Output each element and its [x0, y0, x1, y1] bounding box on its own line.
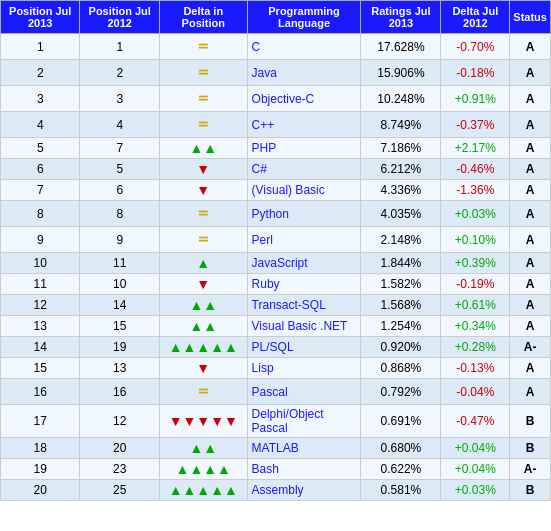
delta-icon-cell: ▲▲ — [159, 295, 247, 316]
lang-cell: PL/SQL — [247, 337, 361, 358]
lang-cell: Java — [247, 60, 361, 86]
lang-cell: C — [247, 34, 361, 60]
status-cell: A — [510, 358, 551, 379]
rating-cell: 1.254% — [361, 316, 441, 337]
rating-cell: 4.035% — [361, 201, 441, 227]
table-row: 14 19 ▲▲▲▲▲ PL/SQL 0.920% +0.28% A- — [1, 337, 551, 358]
table-row: 17 12 ▼▼▼▼▼ Delphi/Object Pascal 0.691% … — [1, 405, 551, 438]
table-row: 6 5 ▼ C# 6.212% -0.46% A — [1, 159, 551, 180]
rating-cell: 8.749% — [361, 112, 441, 138]
table-row: 1 1 ＝ C 17.628% -0.70% A — [1, 34, 551, 60]
table-row: 7 6 ▼ (Visual) Basic 4.336% -1.36% A — [1, 180, 551, 201]
status-cell: A — [510, 180, 551, 201]
delta-rating-cell: +0.28% — [441, 337, 510, 358]
lang-cell: Delphi/Object Pascal — [247, 405, 361, 438]
table-row: 8 8 ＝ Python 4.035% +0.03% A — [1, 201, 551, 227]
delta-rating-cell: +0.61% — [441, 295, 510, 316]
status-cell: A — [510, 201, 551, 227]
table-row: 4 4 ＝ C++ 8.749% -0.37% A — [1, 112, 551, 138]
rating-cell: 15.906% — [361, 60, 441, 86]
delta-rating-cell: +0.91% — [441, 86, 510, 112]
rating-cell: 0.691% — [361, 405, 441, 438]
pos2012-cell: 9 — [80, 227, 159, 253]
lang-cell: C# — [247, 159, 361, 180]
rating-cell: 1.568% — [361, 295, 441, 316]
lang-cell: C++ — [247, 112, 361, 138]
lang-cell: Lisp — [247, 358, 361, 379]
delta-icon-cell: ▲▲▲▲▲ — [159, 337, 247, 358]
rating-cell: 0.680% — [361, 438, 441, 459]
pos2013-cell: 16 — [1, 379, 80, 405]
delta-rating-cell: -1.36% — [441, 180, 510, 201]
header-rating: Ratings Jul 2013 — [361, 1, 441, 34]
rating-cell: 10.248% — [361, 86, 441, 112]
delta-icon-cell: ＝ — [159, 379, 247, 405]
status-cell: A — [510, 159, 551, 180]
pos2012-cell: 3 — [80, 86, 159, 112]
pos2012-cell: 7 — [80, 138, 159, 159]
table-row: 18 20 ▲▲ MATLAB 0.680% +0.04% B — [1, 438, 551, 459]
delta-icon-cell: ▲▲▲▲▲ — [159, 480, 247, 501]
pos2012-cell: 25 — [80, 480, 159, 501]
delta-icon-cell: ▲▲ — [159, 138, 247, 159]
table-row: 10 11 ▲ JavaScript 1.844% +0.39% A — [1, 253, 551, 274]
delta-icon-cell: ＝ — [159, 60, 247, 86]
pos2012-cell: 6 — [80, 180, 159, 201]
delta-icon-cell: ▼ — [159, 274, 247, 295]
rating-cell: 17.628% — [361, 34, 441, 60]
pos2013-cell: 2 — [1, 60, 80, 86]
delta-icon-cell: ＝ — [159, 86, 247, 112]
lang-cell: Python — [247, 201, 361, 227]
pos2013-cell: 13 — [1, 316, 80, 337]
pos2013-cell: 10 — [1, 253, 80, 274]
table-row: 9 9 ＝ Perl 2.148% +0.10% A — [1, 227, 551, 253]
delta-icon-cell: ＝ — [159, 112, 247, 138]
status-cell: A — [510, 227, 551, 253]
pos2013-cell: 7 — [1, 180, 80, 201]
rating-cell: 0.581% — [361, 480, 441, 501]
lang-cell: Visual Basic .NET — [247, 316, 361, 337]
header-pos2012: Position Jul 2012 — [80, 1, 159, 34]
status-cell: A — [510, 86, 551, 112]
delta-rating-cell: +0.03% — [441, 201, 510, 227]
delta-rating-cell: -0.19% — [441, 274, 510, 295]
delta-rating-cell: -0.70% — [441, 34, 510, 60]
pos2012-cell: 2 — [80, 60, 159, 86]
pos2012-cell: 16 — [80, 379, 159, 405]
pos2012-cell: 5 — [80, 159, 159, 180]
pos2012-cell: 1 — [80, 34, 159, 60]
table-row: 20 25 ▲▲▲▲▲ Assembly 0.581% +0.03% B — [1, 480, 551, 501]
delta-rating-cell: -0.13% — [441, 358, 510, 379]
lang-cell: Perl — [247, 227, 361, 253]
header-status: Status — [510, 1, 551, 34]
pos2013-cell: 18 — [1, 438, 80, 459]
pos2012-cell: 15 — [80, 316, 159, 337]
delta-icon-cell: ▲▲ — [159, 316, 247, 337]
lang-cell: MATLAB — [247, 438, 361, 459]
header-lang: Programming Language — [247, 1, 361, 34]
delta-rating-cell: -0.46% — [441, 159, 510, 180]
rating-cell: 0.622% — [361, 459, 441, 480]
status-cell: A — [510, 295, 551, 316]
rating-cell: 1.844% — [361, 253, 441, 274]
pos2013-cell: 1 — [1, 34, 80, 60]
delta-rating-cell: -0.18% — [441, 60, 510, 86]
delta-rating-cell: +0.34% — [441, 316, 510, 337]
delta-rating-cell: +0.03% — [441, 480, 510, 501]
table-row: 15 13 ▼ Lisp 0.868% -0.13% A — [1, 358, 551, 379]
pos2013-cell: 15 — [1, 358, 80, 379]
table-row: 16 16 ＝ Pascal 0.792% -0.04% A — [1, 379, 551, 405]
delta-icon-cell: ▼ — [159, 159, 247, 180]
delta-icon-cell: ＝ — [159, 34, 247, 60]
status-cell: A — [510, 274, 551, 295]
pos2012-cell: 20 — [80, 438, 159, 459]
lang-cell: Pascal — [247, 379, 361, 405]
delta-rating-cell: +2.17% — [441, 138, 510, 159]
pos2013-cell: 17 — [1, 405, 80, 438]
delta-icon-cell: ▼ — [159, 180, 247, 201]
lang-cell: Ruby — [247, 274, 361, 295]
delta-icon-cell: ▼ — [159, 358, 247, 379]
lang-cell: Bash — [247, 459, 361, 480]
pos2012-cell: 13 — [80, 358, 159, 379]
delta-icon-cell: ＝ — [159, 227, 247, 253]
